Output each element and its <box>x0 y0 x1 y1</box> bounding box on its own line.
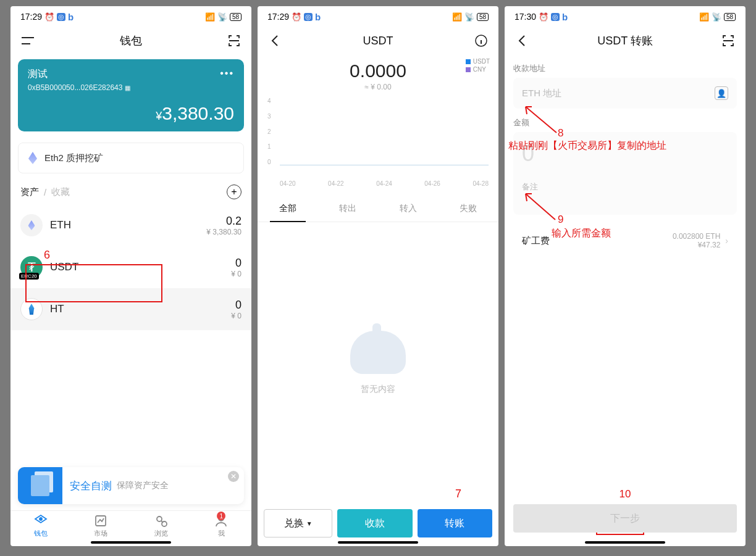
scan-icon[interactable] <box>225 35 243 47</box>
memo-placeholder: 备注 <box>522 181 728 193</box>
wifi-icon: 📡 <box>464 12 474 22</box>
page-title: USDT 转账 <box>531 33 720 48</box>
phone-wallet: 17:29 ⏰ ◎ b 📶 📡 58 钱包 测试 ••• 0xB5B000050… <box>10 6 251 546</box>
amount-input[interactable]: 0 备注 <box>513 132 737 215</box>
contacts-icon[interactable]: 👤 <box>715 86 728 100</box>
eth-icon <box>28 152 37 164</box>
label-address: 收款地址 <box>513 63 737 74</box>
back-icon[interactable] <box>513 35 531 47</box>
tab-browse[interactable]: 浏览 <box>154 514 168 538</box>
tab-favorites[interactable]: 收藏 <box>51 186 70 198</box>
scan-icon[interactable] <box>720 35 737 47</box>
status-bar: 17:29 ⏰ ◎ b 📶 📡 58 <box>258 6 498 27</box>
next-button[interactable]: 下一步 <box>513 504 737 533</box>
whale-icon <box>350 331 406 374</box>
status-time: 17:29 <box>267 12 289 22</box>
annotation-10-num: 10 <box>620 488 631 500</box>
send-button[interactable]: 转账 <box>418 509 492 537</box>
stake-row[interactable]: Eth2 质押挖矿 <box>18 143 244 173</box>
signal-icon: 📶 <box>205 12 215 22</box>
chevron-right-icon: › <box>725 236 728 246</box>
address-placeholder: ETH 地址 <box>522 88 715 99</box>
tab-assets[interactable]: 资产 <box>20 186 39 198</box>
status-time: 17:29 <box>20 12 42 22</box>
exchange-button[interactable]: 兑换 ▼ <box>264 509 332 537</box>
phone-usdt-detail: 17:29 ⏰ ◎ b 📶 📡 58 USDT 0.0000 ≈ ¥ 0.00 … <box>258 6 498 546</box>
wallet-card[interactable]: 测试 ••• 0xB5B000050...026E282643 ▦ ¥3,380… <box>18 59 244 131</box>
wallet-tab-icon <box>34 514 48 528</box>
tab-market[interactable]: 市场 <box>94 514 107 538</box>
tx-tab-all[interactable]: 全部 <box>258 196 318 222</box>
info-icon[interactable] <box>472 35 490 47</box>
battery-icon: 58 <box>477 13 489 21</box>
mini-chart: 4 3 2 1 0 <box>267 98 489 178</box>
add-asset-icon[interactable]: + <box>227 185 242 199</box>
back-icon[interactable] <box>266 35 284 47</box>
fee-row[interactable]: 矿工费 0.002800 ETH ¥47.32 › <box>513 222 737 259</box>
address-input[interactable]: ETH 地址 👤 <box>513 78 737 109</box>
balance-converted: ≈ ¥ 0.00 <box>267 83 489 91</box>
fee-label: 矿工费 <box>522 235 673 247</box>
nav-bar: 钱包 <box>10 27 251 54</box>
fee-cny: ¥47.32 <box>673 241 720 249</box>
qr-mini-icon[interactable]: ▦ <box>125 85 130 91</box>
promo-title: 安全自测 <box>70 479 112 493</box>
nav-bar: USDT <box>258 27 498 54</box>
fee-eth: 0.002800 ETH <box>673 232 720 241</box>
market-tab-icon <box>94 514 107 528</box>
empty-state: 暂无内容 <box>258 222 498 503</box>
tx-tab-fail[interactable]: 失败 <box>439 196 499 222</box>
tab-wallet[interactable]: 钱包 <box>34 514 48 538</box>
alarm-icon: ⏰ <box>292 12 301 22</box>
wifi-icon: 📡 <box>712 12 721 22</box>
status-bar: 17:30 ⏰ ◎ b 📶 📡 58 <box>505 6 746 27</box>
amount-placeholder: 0 <box>522 141 728 167</box>
phone-transfer: 17:30 ⏰ ◎ b 📶 📡 58 USDT 转账 收款地址 ETH 地址 👤… <box>505 6 746 546</box>
menu-icon[interactable] <box>19 36 36 45</box>
app-icon: ◎ <box>551 13 560 21</box>
home-indicator <box>585 541 665 544</box>
b-icon: b <box>315 12 321 22</box>
b-icon: b <box>68 12 74 22</box>
asset-tabs: 资产 / 收藏 + <box>10 180 251 204</box>
asset-item-ht[interactable]: HT 0 ¥ 0 <box>10 288 251 330</box>
label-amount: 金额 <box>513 117 737 128</box>
wallet-balance: ¥3,380.30 <box>28 103 234 124</box>
promo-doc-icon <box>18 467 62 504</box>
more-icon[interactable]: ••• <box>220 68 234 81</box>
close-icon[interactable]: ✕ <box>228 471 239 482</box>
transfer-form: 收款地址 ETH 地址 👤 金额 0 备注 矿工费 0.002800 ETH ¥… <box>505 54 746 259</box>
battery-icon: 58 <box>230 13 242 21</box>
svg-point-5 <box>157 517 162 521</box>
caret-down-icon: ▼ <box>306 520 313 527</box>
home-indicator <box>91 541 171 544</box>
app-icon: ◎ <box>304 13 313 21</box>
signal-icon: 📶 <box>452 12 462 22</box>
status-time: 17:30 <box>514 12 536 22</box>
alarm-icon: ⏰ <box>44 12 54 22</box>
nav-bar: USDT 转账 <box>505 27 746 54</box>
svg-point-3 <box>40 518 42 520</box>
tab-me[interactable]: 我 1 <box>214 514 228 538</box>
chart-legend: USDT CNY <box>466 58 490 74</box>
home-indicator <box>338 541 418 544</box>
promo-banner[interactable]: 安全自测 保障资产安全 ✕ <box>18 467 244 504</box>
asset-item-usdt[interactable]: ₮ERC20 USDT 0 ¥ 0 <box>10 246 251 288</box>
asset-item-eth[interactable]: ETH 0.2 ¥ 3,380.30 <box>10 204 251 246</box>
wallet-name: 测试 <box>28 68 48 81</box>
receive-button[interactable]: 收款 <box>337 509 412 537</box>
usdt-token-icon: ₮ERC20 <box>20 256 43 278</box>
alarm-icon: ⏰ <box>539 12 548 22</box>
tx-tab-in[interactable]: 转入 <box>378 196 439 222</box>
page-title: 钱包 <box>36 33 225 48</box>
balance-amount: 0.0000 <box>267 60 489 81</box>
balance-chart: 0.0000 ≈ ¥ 0.00 USDT CNY 4 3 2 1 0 04-20… <box>258 54 498 189</box>
ht-token-icon <box>20 298 43 320</box>
promo-subtitle: 保障资产安全 <box>117 480 169 491</box>
app-icon: ◎ <box>57 13 65 21</box>
b-icon: b <box>562 12 568 22</box>
tx-tab-out[interactable]: 转出 <box>318 196 379 222</box>
browse-tab-icon <box>154 514 168 528</box>
status-bar: 17:29 ⏰ ◎ b 📶 📡 58 <box>10 6 251 27</box>
tx-tabs: 全部 转出 转入 失败 <box>258 196 498 222</box>
